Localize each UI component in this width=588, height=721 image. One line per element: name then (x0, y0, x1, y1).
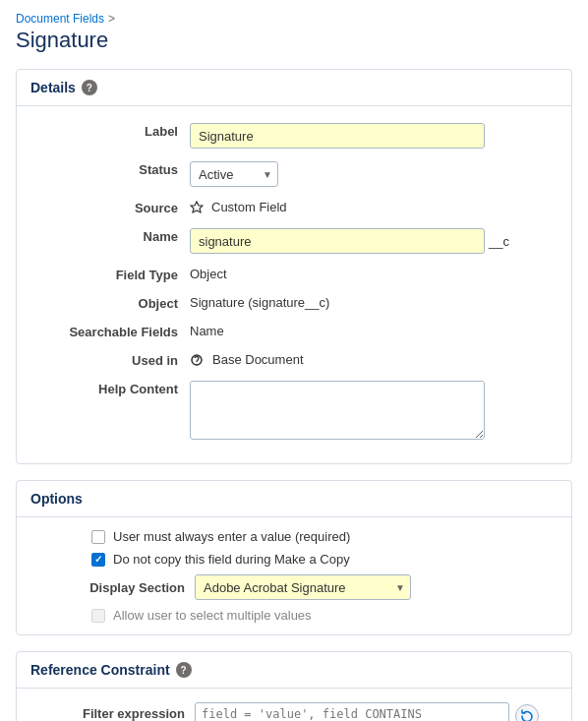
filter-expression-wrap (195, 702, 539, 721)
source-field-value: Custom Field (190, 197, 556, 214)
reference-constraint-body: Filter expression (17, 689, 571, 721)
used-in-row: Used in Base Document (32, 349, 556, 368)
no-copy-checkbox-row: Do not copy this field during Make a Cop… (32, 552, 556, 567)
multiple-values-row: Allow user to select multiple values (32, 608, 556, 623)
details-section-body: Label Status Active Inactive ▼ (17, 106, 571, 463)
reference-constraint-title: Reference Constraint (30, 662, 170, 678)
object-field-value: Signature (signature__c) (190, 292, 556, 310)
options-section-header: Options (17, 481, 571, 517)
label-field-value (190, 120, 556, 149)
custom-field-icon (190, 201, 204, 214)
searchable-fields-label: Searchable Fields (32, 321, 190, 339)
searchable-fields-static: Name (190, 324, 224, 338)
no-copy-checkbox[interactable] (91, 553, 105, 567)
name-row: Name __c (32, 225, 556, 254)
details-section-header: Details ? (17, 70, 571, 106)
field-type-value: Object (190, 264, 556, 281)
label-input[interactable] (190, 123, 485, 149)
breadcrumb-separator: > (108, 12, 115, 26)
options-section-body: User must always enter a value (required… (17, 517, 571, 634)
source-value: Custom Field (211, 200, 287, 214)
source-row: Source Custom Field (32, 197, 556, 215)
display-section-select-wrap: Adobe Acrobat Signature None ▼ (195, 574, 411, 600)
field-type-static: Object (190, 267, 227, 281)
object-row: Object Signature (signature__c) (32, 292, 556, 311)
breadcrumb: Document Fields > (16, 12, 572, 26)
reference-constraint-header: Reference Constraint ? (17, 652, 571, 689)
help-content-row: Help Content (32, 378, 556, 440)
filter-expression-textarea[interactable] (195, 702, 509, 721)
help-content-value (190, 378, 556, 440)
status-select[interactable]: Active Inactive (190, 161, 278, 187)
options-title: Options (30, 491, 83, 507)
source-field-label: Source (32, 197, 190, 215)
refresh-icon (520, 709, 534, 721)
status-field-value: Active Inactive ▼ (190, 158, 556, 187)
used-in-value: Base Document (190, 349, 556, 367)
details-section: Details ? Label Status Active Inactive (16, 69, 572, 464)
required-checkbox-row: User must always enter a value (required… (32, 529, 556, 544)
used-in-label: Used in (32, 349, 190, 368)
reference-constraint-help-icon[interactable]: ? (176, 662, 192, 678)
used-in-static: Base Document (212, 352, 304, 367)
status-row: Status Active Inactive ▼ (32, 158, 556, 187)
name-suffix: __c (489, 234, 509, 249)
no-copy-checkbox-label: Do not copy this field during Make a Cop… (113, 552, 350, 567)
options-section: Options User must always enter a value (… (16, 480, 572, 635)
field-type-label: Field Type (32, 264, 190, 282)
display-section-label: Display Section (32, 580, 185, 595)
help-content-textarea[interactable] (190, 381, 485, 440)
display-section-select[interactable]: Adobe Acrobat Signature None (195, 574, 411, 600)
status-select-wrap: Active Inactive ▼ (190, 161, 278, 187)
breadcrumb-link[interactable]: Document Fields (16, 12, 104, 26)
object-field-label: Object (32, 292, 190, 311)
required-checkbox[interactable] (91, 530, 105, 544)
name-field-value: __c (190, 225, 556, 254)
multiple-values-checkbox (91, 609, 105, 623)
reference-constraint-section: Reference Constraint ? Filter expression (16, 651, 572, 721)
used-in-icon (190, 353, 204, 367)
field-type-row: Field Type Object (32, 264, 556, 282)
name-field-label: Name (32, 225, 190, 244)
details-help-icon[interactable]: ? (82, 80, 97, 95)
name-input[interactable] (190, 228, 485, 254)
filter-expression-row: Filter expression (32, 702, 556, 721)
multiple-values-label: Allow user to select multiple values (113, 608, 312, 623)
page-container: Document Fields > Signature Details ? La… (0, 0, 588, 721)
display-section-row: Display Section Adobe Acrobat Signature … (32, 574, 556, 600)
object-static: Signature (signature__c) (190, 295, 329, 310)
help-content-label: Help Content (32, 378, 190, 396)
status-field-label: Status (32, 158, 190, 177)
required-checkbox-label: User must always enter a value (required… (113, 529, 350, 544)
filter-expression-label: Filter expression (32, 702, 185, 721)
searchable-fields-row: Searchable Fields Name (32, 321, 556, 339)
page-title: Signature (16, 28, 572, 53)
svg-point-1 (196, 363, 198, 365)
label-field-label: Label (32, 120, 190, 139)
details-title: Details (30, 80, 76, 95)
filter-refresh-button[interactable] (515, 704, 539, 721)
label-row: Label (32, 120, 556, 149)
searchable-fields-value: Name (190, 321, 556, 338)
name-input-wrap: __c (190, 228, 509, 254)
